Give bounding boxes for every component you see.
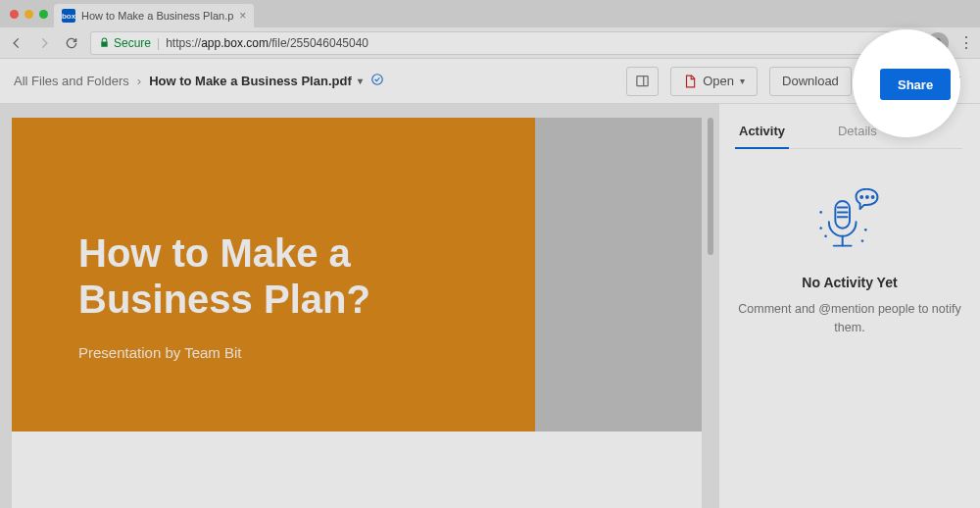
slide-content: How to Make a Business Plan? Presentatio… <box>12 118 535 432</box>
nav-back-icon[interactable] <box>8 34 25 52</box>
breadcrumb: All Files and Folders › How to Make a Bu… <box>14 73 384 89</box>
nav-forward-icon <box>35 34 53 52</box>
open-button[interactable]: Open ▾ <box>670 67 758 96</box>
secure-label: Secure <box>114 36 151 50</box>
download-button[interactable]: Download <box>769 67 852 96</box>
sidebar-tabs: Activity Details <box>737 118 962 149</box>
empty-body: Comment and @mention people to notify th… <box>737 300 962 337</box>
slide: How to Make a Business Plan? Presentatio… <box>12 118 702 432</box>
svg-point-11 <box>866 196 868 198</box>
sidebar-toggle-button[interactable] <box>626 67 659 96</box>
microphone-chat-icon <box>809 188 890 257</box>
tab-strip: box How to Make a Business Plan.p × <box>0 0 980 27</box>
nav-reload-icon[interactable] <box>63 34 80 52</box>
details-sidebar: Activity Details <box>719 104 980 508</box>
breadcrumb-root[interactable]: All Files and Folders <box>14 74 129 88</box>
sync-icon <box>370 73 384 89</box>
svg-rect-4 <box>835 201 850 229</box>
tab-details[interactable]: Details <box>836 118 879 148</box>
window-controls <box>8 0 54 27</box>
slide-image-placeholder <box>535 118 702 432</box>
slide-subtitle: Presentation by Team Bit <box>78 344 486 361</box>
box-favicon-icon: box <box>62 9 75 23</box>
svg-rect-2 <box>637 76 648 86</box>
url-input[interactable]: Secure | https://app.box.com/file/255046… <box>90 31 911 55</box>
profile-avatar-icon[interactable] <box>927 32 949 54</box>
svg-point-14 <box>824 235 827 238</box>
svg-point-13 <box>819 211 822 214</box>
document-page: How to Make a Business Plan? Presentatio… <box>12 118 702 508</box>
bookmark-star-icon[interactable]: ☆ <box>892 36 903 50</box>
svg-point-1 <box>371 75 382 85</box>
url-text: https://app.box.com/file/255046045040 <box>166 36 368 50</box>
preview-pane: How to Make a Business Plan? Presentatio… <box>0 104 719 508</box>
svg-point-10 <box>860 196 862 198</box>
svg-point-12 <box>872 196 874 198</box>
svg-point-0 <box>935 37 940 42</box>
tab-activity[interactable]: Activity <box>737 118 787 148</box>
window-minimize-icon[interactable] <box>24 10 33 19</box>
chevron-right-icon: › <box>137 74 141 88</box>
browser-tab[interactable]: box How to Make a Business Plan.p × <box>54 4 254 27</box>
activity-empty-state: No Activity Yet Comment and @mention peo… <box>737 188 962 337</box>
share-button[interactable]: Share <box>880 69 951 100</box>
scrollbar[interactable] <box>708 118 713 255</box>
tab-close-icon[interactable]: × <box>239 9 246 23</box>
empty-title: No Activity Yet <box>737 275 962 290</box>
secure-badge: Secure <box>99 36 151 50</box>
chevron-down-icon[interactable]: ▾ <box>358 76 363 86</box>
tab-title: How to Make a Business Plan.p <box>81 10 233 22</box>
address-bar: Secure | https://app.box.com/file/255046… <box>0 27 980 59</box>
chevron-down-icon: ▾ <box>740 76 745 86</box>
slide-title: How to Make a Business Plan? <box>78 230 486 323</box>
content-area: How to Make a Business Plan? Presentatio… <box>0 104 980 508</box>
browser-menu-icon[interactable]: ⋮ <box>958 33 972 52</box>
window-zoom-icon[interactable] <box>39 10 48 19</box>
app-toolbar: All Files and Folders › How to Make a Bu… <box>0 59 980 104</box>
svg-point-15 <box>864 229 867 231</box>
breadcrumb-current[interactable]: How to Make a Business Plan.pdf ▾ <box>149 74 363 88</box>
window-close-icon[interactable] <box>10 10 19 19</box>
browser-chrome: box How to Make a Business Plan.p × Secu… <box>0 0 980 59</box>
